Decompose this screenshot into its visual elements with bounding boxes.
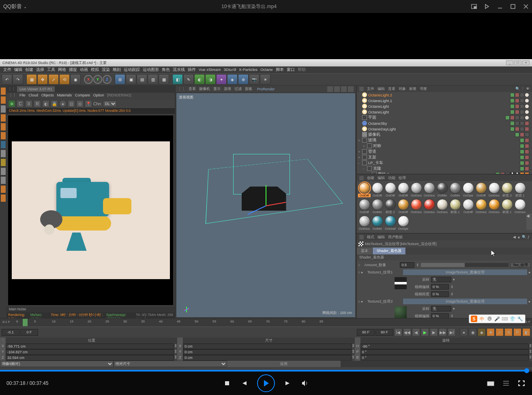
material-item[interactable]: OctGlos	[423, 182, 435, 199]
menu-item[interactable]: 运动图形	[143, 67, 159, 73]
pos-z-input[interactable]	[6, 355, 174, 361]
menu-item[interactable]: 捕捉	[69, 67, 77, 73]
light-icon[interactable]: ☀	[260, 74, 270, 85]
frame-input[interactable]	[20, 329, 38, 336]
coord-mode-select[interactable]: 对象 (相对)	[0, 361, 114, 367]
prev-button[interactable]	[240, 379, 248, 387]
subd-icon[interactable]: ◐	[194, 74, 205, 85]
end-frame-input[interactable]	[375, 329, 393, 336]
menu-item[interactable]: Vue xStream	[199, 67, 221, 73]
menu-item[interactable]: 选项	[224, 86, 231, 92]
spinner-icon[interactable]: ⇕	[416, 263, 419, 267]
nav-search-icon[interactable]: 🔍	[522, 235, 526, 239]
expand-tab-icon[interactable]: ◀	[526, 214, 532, 230]
deformer-icon[interactable]: ◈	[227, 74, 238, 85]
poly-mode-icon[interactable]	[0, 132, 6, 140]
ime-lang-icon[interactable]: 中	[478, 316, 485, 322]
ime-keyboard-icon[interactable]: ⌨	[502, 316, 508, 322]
workplane-snap-icon[interactable]	[0, 176, 6, 184]
texture-mode-icon[interactable]	[0, 96, 6, 104]
panel-handle-icon[interactable]	[359, 176, 364, 180]
amount-input[interactable]	[400, 262, 414, 268]
lv-focus-icon[interactable]: ⊡	[68, 100, 75, 107]
menu-item[interactable]: 运动跟踪	[124, 67, 140, 73]
size-mode-select[interactable]: 绝对尺寸	[114, 361, 227, 367]
object-row[interactable]: 圆柱.1	[357, 171, 532, 174]
texture2-link[interactable]: ImageTexture_图像纹理	[403, 299, 527, 304]
texture1-thumb[interactable]	[395, 277, 407, 289]
object-row[interactable]: OctaneLight.2	[357, 92, 532, 98]
menu-item[interactable]: 显示	[213, 86, 221, 92]
object-row[interactable]: +对称	[357, 143, 532, 149]
menu-item[interactable]: 模拟	[91, 67, 99, 73]
ime-skin-icon[interactable]: 👕	[509, 316, 516, 322]
menu-item[interactable]: 纹理	[399, 175, 406, 181]
material-item[interactable]: OctGlos	[423, 199, 435, 215]
undo-icon[interactable]: ↶	[2, 74, 12, 85]
next-button[interactable]	[284, 379, 292, 387]
live-viewer-tab[interactable]: Live Viewer 3.07-R1	[17, 86, 55, 92]
sample-input[interactable]	[431, 277, 451, 282]
material-item[interactable]: OctSpe	[397, 216, 410, 232]
pla-key-icon[interactable]: ◧	[522, 328, 530, 336]
material-item[interactable]: OctDiff	[397, 199, 410, 215]
material-item[interactable]: OctDiff	[475, 182, 487, 199]
pos-key-icon[interactable]: ✥	[487, 328, 495, 336]
menu-item[interactable]: 查看	[189, 86, 196, 92]
pip-icon[interactable]	[471, 4, 477, 9]
object-row[interactable]: 平面	[357, 115, 532, 120]
scale-icon[interactable]: ⤢	[48, 74, 59, 85]
coord-sys-icon[interactable]: ⊞	[115, 74, 125, 85]
menu-item[interactable]: 对象	[399, 86, 406, 92]
material-item[interactable]: 材质.1	[449, 199, 461, 215]
material-item[interactable]: OctDiff	[384, 182, 397, 199]
render-region-icon[interactable]: ▤	[137, 74, 147, 85]
live-viewer-menu[interactable]: ⋮⋮FileCloudObjectsMaterialsCompareOption…	[6, 93, 175, 99]
size-x-input[interactable]	[183, 344, 351, 349]
goto-start-icon[interactable]: I◀	[394, 328, 402, 336]
c4d-max-icon[interactable]: □	[514, 60, 521, 65]
model-mode-icon[interactable]	[0, 87, 6, 95]
material-item[interactable]: 材质.1	[501, 199, 513, 215]
object-row[interactable]: OctaneDayLight	[357, 126, 532, 132]
menu-item[interactable]: 模式	[367, 235, 374, 240]
menu-item[interactable]: 用户数据	[388, 235, 403, 240]
c4d-close-icon[interactable]: ×	[522, 60, 530, 65]
rot-key-icon[interactable]: ⟲	[504, 328, 513, 336]
menu-item[interactable]: 流水线	[173, 67, 185, 73]
menu-item[interactable]: 过滤	[234, 86, 242, 92]
material-item[interactable]: OctMix	[436, 182, 448, 199]
environment-icon[interactable]: ⊕	[238, 74, 249, 85]
object-row[interactable]: 摄像机	[357, 132, 532, 137]
menu-item[interactable]: Cloud	[29, 93, 39, 99]
object-row[interactable]: OctaneLight	[357, 103, 532, 109]
next-key-icon[interactable]: ▶▶	[439, 328, 447, 336]
axis-y[interactable]: Y	[93, 75, 102, 84]
menu-item[interactable]: 摄像机	[199, 86, 210, 92]
playlist-button[interactable]	[502, 379, 510, 387]
menu-item[interactable]: Materials	[57, 93, 72, 99]
rotate-icon[interactable]: ⟲	[59, 74, 70, 85]
last-tool-icon[interactable]: ◉	[70, 74, 81, 85]
material-item[interactable]: OctDiff	[371, 182, 384, 199]
pos-x-input[interactable]	[6, 344, 174, 349]
nav-back-icon[interactable]: ◀	[513, 235, 516, 239]
ime-punct-icon[interactable]: 🅛	[486, 316, 493, 322]
prev-frame-icon[interactable]: ◀	[412, 328, 420, 336]
apply-button[interactable]: 应用	[227, 361, 341, 367]
next-frame-icon[interactable]: ▶	[430, 328, 438, 336]
coord-handle-icon[interactable]: ⋮	[0, 337, 6, 344]
menu-item[interactable]: 3DtoAll	[224, 67, 236, 73]
object-row[interactable]: -LP_卡车	[357, 160, 532, 166]
material-item[interactable]: OctGlos	[488, 199, 500, 215]
record-icon[interactable]: ●	[460, 328, 468, 336]
picture-viewer-icon[interactable]: ▦	[159, 74, 169, 85]
menu-item[interactable]: 功能	[388, 175, 395, 181]
enable-axis-icon[interactable]	[0, 149, 6, 158]
amount-slider[interactable]	[421, 263, 508, 267]
material-item[interactable]: OctDiff	[358, 199, 371, 215]
render-view-icon[interactable]: ▣	[126, 74, 136, 85]
bluroff-input[interactable]	[431, 284, 449, 290]
material-item[interactable]: OctGlos	[410, 199, 423, 215]
planar-workplane-icon[interactable]	[0, 194, 6, 202]
